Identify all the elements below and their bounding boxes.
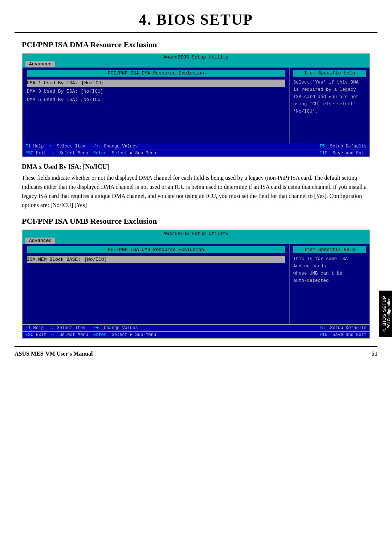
key-pm: -/+ bbox=[91, 144, 99, 149]
bios-field-dma1-value: [No/ICU] bbox=[81, 80, 105, 86]
bios-content-2: PCI/PNP ISA UMB Resource Exclusion ISA M… bbox=[23, 244, 369, 325]
bios-help-text-1: Select 'Yes' if this DMA is required by … bbox=[293, 79, 366, 115]
statusbar-f5: F5 Setup Defaults bbox=[319, 144, 367, 149]
bios-field-dma3[interactable]: DMA 3 Used By ISA: [No/ICU] bbox=[27, 88, 285, 96]
key2-f5: F5 bbox=[319, 325, 324, 331]
statusbar2-esc: ESC Exit ↔ Select Menu Enter Select ► Su… bbox=[25, 332, 156, 337]
subsection1-heading: DMA x Used By ISA: [No/ICU] bbox=[22, 163, 370, 171]
title-divider bbox=[15, 32, 377, 33]
bios-statusbar-2: F1 Help ↑↓ Select Item -/+ Change Values… bbox=[23, 324, 369, 331]
key2-esc: ESC bbox=[25, 332, 33, 337]
bios-field-dma1-label: DMA 1 Used By ISA: bbox=[27, 80, 81, 86]
bios-tab-advanced-2[interactable]: Advanced bbox=[25, 238, 55, 244]
statusbar2-f5: F5 Setup Defaults bbox=[319, 325, 367, 331]
key-f10: F10 bbox=[319, 151, 327, 156]
bios-tab-advanced-1[interactable]: Advanced bbox=[25, 61, 55, 67]
bios-field-isamen-value: [No/ICU] bbox=[83, 257, 107, 262]
bios-field-dma5-label: DMA 5 Used By ISA: bbox=[27, 97, 81, 102]
bios-field-dma3-value: [No/ICU] bbox=[81, 89, 103, 94]
sidebar-tab-title: 4. BIOS SETUP bbox=[382, 296, 387, 332]
bios-screen-2: AwardBIOS Setup Utility Advanced PCI/PNP… bbox=[22, 230, 370, 339]
bios-content-title-1: PCI/PNP ISA DMA Resource Exclusion bbox=[27, 70, 285, 77]
bios-help-title-2: Item Specific Help bbox=[293, 246, 366, 253]
key2-ud: ↑↓ bbox=[49, 325, 54, 331]
key2-pm: -/+ bbox=[91, 325, 99, 331]
statusbar-f1: F1 Help ↑↓ Select Item -/+ Change Values bbox=[25, 144, 138, 149]
key-ud: ↑↓ bbox=[49, 144, 54, 149]
bios-help-text-2: This is for some ISA Add-on cards whose … bbox=[293, 255, 366, 284]
bios-help-title-1: Item Specific Help bbox=[293, 70, 366, 77]
bios-screen-1: AwardBIOS Setup Utility Advanced PCI/PNP… bbox=[22, 53, 370, 157]
bios-statusbar-1b: ESC Exit ↔ Select Menu Enter Select ► Su… bbox=[23, 150, 369, 157]
statusbar2-f10: F10 Save and Exit bbox=[319, 332, 367, 337]
subsection1-body: These fields indicate whether or not the… bbox=[22, 174, 370, 210]
key-esc: ESC bbox=[25, 151, 33, 156]
key2-f10: F10 bbox=[319, 332, 327, 337]
footer: ASUS MES-VM User's Manual 51 bbox=[15, 346, 377, 357]
key-lr: ↔ bbox=[52, 151, 54, 156]
bios-field-isamen[interactable]: ISA MEM Block BASE: [No/ICU] bbox=[27, 256, 285, 264]
bios-right-1: Item Specific Help Select 'Yes' if this … bbox=[290, 68, 369, 143]
bios-menubar-1: AwardBIOS Setup Utility bbox=[23, 54, 369, 61]
footer-left: ASUS MES-VM User's Manual bbox=[15, 351, 93, 357]
bios-field-isamen-label: ISA MEM Block BASE: bbox=[27, 257, 83, 262]
bios-menubar-title-2: AwardBIOS Setup Utility bbox=[163, 231, 228, 236]
bios-statusbar-1: F1 Help ↑↓ Select Item -/+ Change Values… bbox=[23, 143, 369, 150]
statusbar2-f1: F1 Help ↑↓ Select Item -/+ Change Values bbox=[25, 325, 138, 331]
page-title: 4. BIOS SETUP bbox=[0, 0, 392, 32]
footer-right: 51 bbox=[372, 351, 377, 357]
bios-menubar-title-1: AwardBIOS Setup Utility bbox=[163, 54, 228, 60]
bios-content-1: PCI/PNP ISA DMA Resource Exclusion DMA 1… bbox=[23, 68, 369, 143]
bios-content-title-2: PCI/PNP ISA UMB Resource Exclusion bbox=[27, 246, 285, 253]
section1-heading: PCI/PNP ISA DMA Resource Exclusion bbox=[22, 40, 370, 49]
key-f5: F5 bbox=[319, 144, 324, 149]
bios-field-dma5[interactable]: DMA 5 Used By ISA: [No/ICU] bbox=[27, 96, 285, 104]
statusbar-f10: F10 Save and Exit bbox=[319, 151, 367, 156]
key-f1: F1 bbox=[25, 144, 30, 149]
sidebar-tab-subtitle: PCI Configuration bbox=[387, 297, 391, 328]
statusbar-esc: ESC Exit ↔ Select Menu Enter Select ► Su… bbox=[25, 151, 156, 156]
sidebar-tab: 4. BIOS SETUP PCI Configuration bbox=[379, 291, 392, 337]
bios-menubar-2: AwardBIOS Setup Utility bbox=[23, 230, 369, 237]
bios-right-2: Item Specific Help This is for some ISA … bbox=[290, 244, 369, 325]
key2-enter: Enter bbox=[93, 332, 106, 337]
section2-heading: PCI/PNP ISA UMB Resource Exclusion bbox=[22, 216, 370, 226]
bios-field-dma1[interactable]: DMA 1 Used By ISA: [No/ICU] bbox=[27, 80, 285, 87]
key2-f1: F1 bbox=[25, 325, 30, 331]
bios-field-dma3-label: DMA 3 Used By ISA: bbox=[27, 89, 81, 94]
bios-statusbar-2b: ESC Exit ↔ Select Menu Enter Select ► Su… bbox=[23, 331, 369, 338]
key2-lr: ↔ bbox=[52, 332, 54, 337]
bios-field-dma5-value: [No/ICU] bbox=[81, 97, 103, 102]
key-enter: Enter bbox=[93, 151, 106, 156]
bios-left-2: PCI/PNP ISA UMB Resource Exclusion ISA M… bbox=[23, 244, 290, 325]
bios-left-1: PCI/PNP ISA DMA Resource Exclusion DMA 1… bbox=[23, 68, 290, 143]
